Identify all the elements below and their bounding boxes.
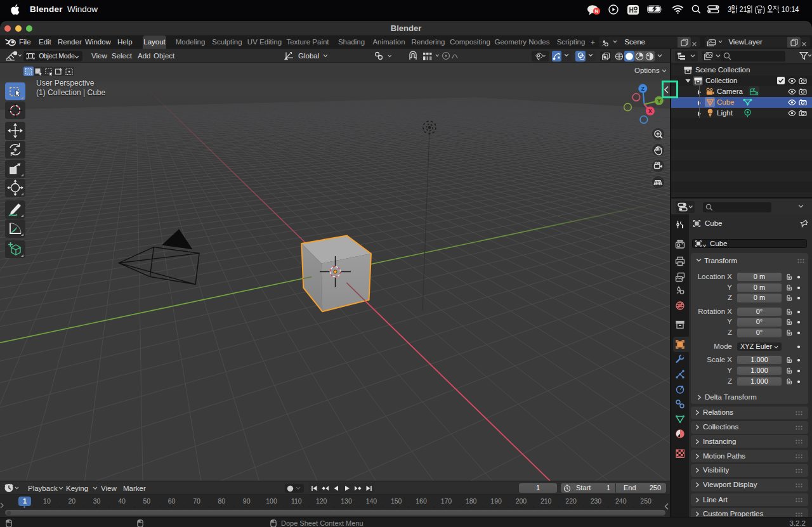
- svg-text:X: X: [648, 108, 652, 114]
- svg-text:110: 110: [291, 497, 302, 505]
- svg-text:100: 100: [266, 497, 277, 505]
- svg-text:200: 200: [516, 497, 527, 505]
- svg-text:160: 160: [416, 497, 427, 505]
- svg-text:50: 50: [143, 497, 150, 505]
- svg-text:70: 70: [193, 497, 200, 505]
- svg-text:20: 20: [68, 497, 75, 505]
- svg-text:140: 140: [366, 497, 377, 505]
- svg-text:240: 240: [615, 497, 627, 505]
- svg-text:120: 120: [316, 497, 327, 505]
- svg-text:60: 60: [168, 497, 176, 505]
- svg-text:180: 180: [466, 497, 477, 505]
- svg-text:190: 190: [490, 497, 502, 505]
- svg-text:10: 10: [43, 497, 51, 505]
- svg-text:30: 30: [93, 497, 101, 505]
- svg-text:90: 90: [243, 497, 251, 505]
- svg-text:40: 40: [118, 497, 126, 505]
- svg-text:130: 130: [341, 497, 352, 505]
- svg-text:210: 210: [540, 497, 552, 505]
- svg-text:Y: Y: [657, 98, 661, 104]
- svg-text:N: N: [595, 8, 599, 14]
- svg-text:150: 150: [391, 497, 402, 505]
- svg-text:230: 230: [591, 497, 602, 505]
- svg-text:220: 220: [565, 497, 577, 505]
- svg-text:80: 80: [218, 497, 225, 505]
- svg-text:170: 170: [441, 497, 452, 505]
- svg-text:Z: Z: [641, 86, 645, 92]
- svg-text:250: 250: [640, 497, 652, 505]
